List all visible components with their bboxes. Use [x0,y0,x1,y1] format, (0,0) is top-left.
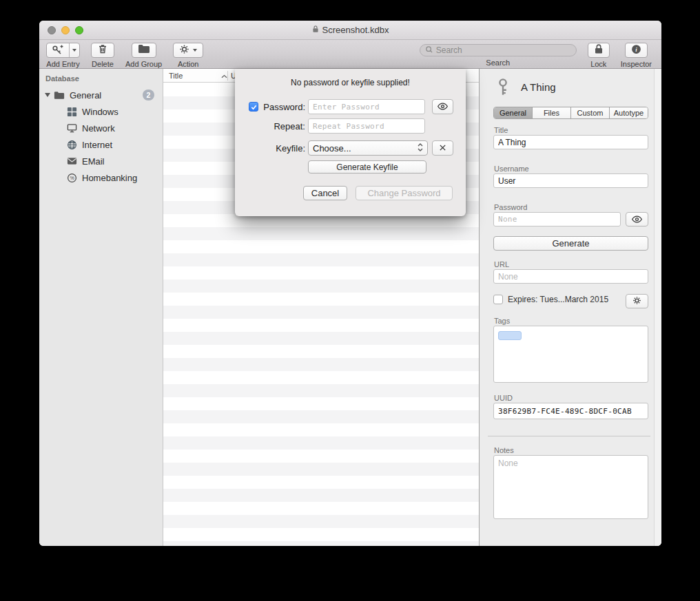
add-group-button[interactable] [132,43,156,58]
close-button[interactable] [48,26,56,34]
expires-checkbox[interactable] [493,295,503,304]
dialog-password-input[interactable] [308,99,425,114]
password-dialog: No password or keyfile supplied! Passwor… [235,69,466,216]
title-field-label: Title [494,126,508,134]
search-icon [425,44,433,56]
username-field-label: Username [494,165,529,173]
info-icon: i [631,44,641,57]
add-entry-button[interactable] [46,43,80,58]
window-controls [48,26,83,34]
gear-icon [632,295,641,308]
dialog-repeat-input[interactable] [308,118,425,134]
tag-chip[interactable] [498,331,522,340]
add-entry-dropdown[interactable] [69,43,79,57]
notes-label: Notes [494,446,514,454]
sidebar-item-label: Internet [82,140,112,150]
expires-options-button[interactable] [626,294,648,308]
sidebar-item-label: Windows [82,107,119,117]
key-plus-icon [47,45,69,56]
inspector-scrollbar[interactable] [654,69,661,546]
password-checkbox[interactable] [249,102,258,112]
add-group-label: Add Group [125,60,162,68]
document-lock-icon [312,25,319,35]
reveal-password-button[interactable] [626,212,648,226]
notes-field[interactable] [493,455,648,519]
padlock-icon [594,43,604,57]
expires-label: Expires: Tues...March 2015 [508,295,608,304]
coin-percent-icon: % [66,172,77,183]
inspector-tabs: General Files Custom Autotype [493,107,648,119]
inspector-label: Inspector [621,60,652,68]
chevron-down-icon [193,49,197,52]
window-title: Screenshot.kdbx [312,25,389,35]
tab-autotype[interactable]: Autotype [610,107,648,118]
tab-files[interactable]: Files [533,107,571,118]
sidebar-item-windows[interactable]: Windows [39,103,163,120]
tab-custom[interactable]: Custom [571,107,610,118]
minimize-button[interactable] [61,26,70,34]
delete-toolbar-item: Delete [91,43,114,68]
add-group-toolbar-item: Add Group [125,43,162,68]
chevron-down-icon [72,49,76,52]
monitor-icon [66,123,77,134]
uuid-field[interactable] [493,403,648,419]
add-entry-label: Add Entry [46,60,79,68]
title-field[interactable] [493,135,648,149]
sidebar-item-homebanking[interactable]: % Homebanking [39,169,163,186]
inspector-button[interactable]: i [625,43,648,58]
delete-label: Delete [92,60,114,68]
inspector-divider [488,436,650,436]
dialog-repeat-label: Repeat: [260,121,305,131]
url-field[interactable] [493,269,648,284]
clear-keyfile-button[interactable] [432,140,453,156]
group-label: General [70,90,101,101]
eye-icon [631,213,643,226]
column-header-title[interactable]: Title [163,72,227,80]
sidebar-item-internet[interactable]: Internet [39,136,163,153]
titlebar[interactable]: Screenshot.kdbx [39,21,661,40]
delete-button[interactable] [91,43,114,58]
sidebar-section-header: Database [45,74,79,83]
sidebar-item-email[interactable]: EMail [39,153,163,169]
inspector-toolbar-item: i Inspector [621,43,652,68]
search-input[interactable]: Search [420,44,577,56]
keyfile-dropdown-value: Choose... [313,143,351,154]
dialog-message: No password or keyfile supplied! [235,78,466,87]
app-window: Screenshot.kdbx Add Entry [39,21,661,546]
lock-toolbar-item: Lock [588,43,610,68]
entry-count-badge: 2 [143,89,154,101]
windows-grid-icon [66,106,77,117]
tags-box[interactable] [493,326,648,383]
search-placeholder: Search [436,45,462,55]
sidebar-item-label: Homebanking [82,173,137,183]
svg-text:%: % [70,176,74,180]
password-field[interactable] [493,212,621,226]
dialog-reveal-password-button[interactable] [432,99,453,114]
sidebar-group-general[interactable]: General 2 [39,87,163,103]
action-button[interactable] [173,43,203,58]
search-toolbar-item: Search Search [420,43,577,67]
generate-password-button[interactable]: Generate [493,236,648,251]
tags-label: Tags [494,317,510,325]
keyfile-dropdown[interactable]: Choose... [308,140,428,156]
url-field-label: URL [494,260,509,268]
lock-label: Lock [590,60,606,68]
envelope-icon [66,156,77,167]
action-label: Action [178,60,199,68]
sidebar-item-network[interactable]: Network [39,120,163,136]
up-down-chevrons-icon [418,143,423,154]
change-password-button: Change Password [356,186,453,200]
expires-row: Expires: Tues...March 2015 [493,295,608,304]
cancel-button[interactable]: Cancel [303,186,347,200]
uuid-label: UUID [494,394,513,402]
folder-plus-icon [138,44,150,56]
globe-icon [66,139,77,150]
disclosure-triangle-icon[interactable] [45,93,50,97]
action-toolbar-item: Action [173,43,203,68]
tab-general[interactable]: General [494,107,533,118]
folder-icon [54,89,65,101]
generate-keyfile-button[interactable]: Generate Keyfile [308,160,426,173]
lock-button[interactable] [588,43,610,58]
username-field[interactable] [493,173,648,188]
zoom-button[interactable] [75,26,83,34]
